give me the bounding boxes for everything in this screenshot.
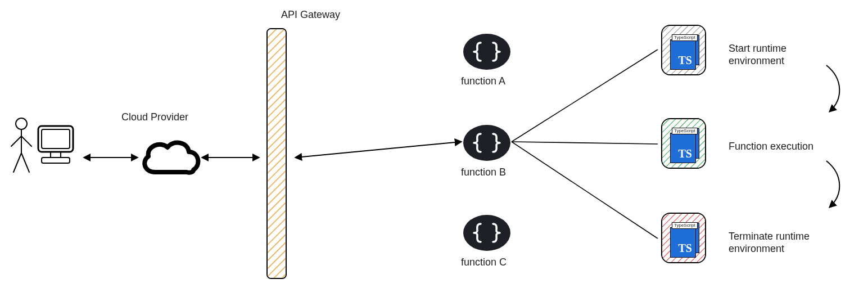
ts-chip: TypeScript: [672, 222, 698, 229]
function-c-label: function C: [461, 256, 507, 269]
runtime-terminate-label: Terminate runtime environment: [729, 231, 810, 255]
function-a-node: [463, 34, 510, 70]
ts-abbrev: TS: [670, 39, 696, 70]
runtime-start-card: TS TypeScript: [661, 25, 706, 75]
ts-chip: TypeScript: [672, 34, 698, 41]
function-b-node: [463, 125, 510, 161]
ts-chip: TypeScript: [672, 128, 698, 134]
function-c-node: [463, 215, 510, 251]
api-gateway-label: API Gateway: [281, 9, 340, 21]
runtime-start-label: Start runtime environment: [729, 43, 786, 67]
svg-rect-24: [268, 29, 286, 278]
runtime-exec-label: Function execution: [729, 141, 813, 153]
function-b-label: function B: [461, 166, 506, 179]
ts-abbrev: TS: [670, 133, 696, 163]
ts-abbrev: TS: [670, 227, 696, 258]
runtime-exec-card: TS TypeScript: [661, 118, 706, 169]
runtime-terminate-card: TS TypeScript: [661, 213, 706, 263]
function-a-label: function A: [461, 75, 505, 88]
api-gateway-bar: [266, 28, 287, 279]
